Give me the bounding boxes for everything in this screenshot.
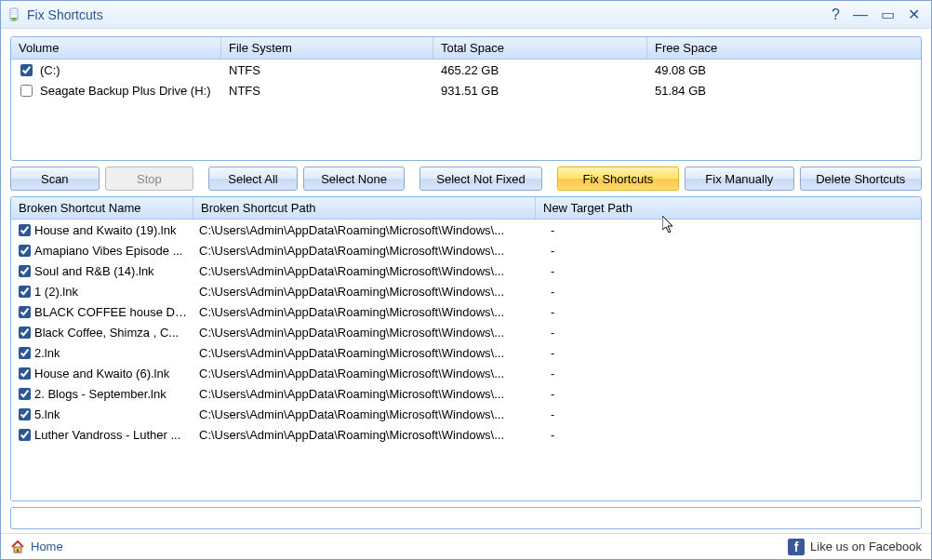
close-icon[interactable]: ✕ [908,7,920,22]
shortcut-target: - [536,407,921,421]
volume-fs: NTFS [221,84,433,98]
col-header-freespace[interactable]: Free Space [647,37,921,59]
maximize-icon[interactable]: ▭ [881,7,895,22]
shortcut-checkbox[interactable] [19,327,31,339]
fix-manually-button[interactable]: Fix Manually [685,167,793,191]
shortcut-checkbox[interactable] [19,306,31,318]
shortcut-name: Amapiano Vibes Episode ... [34,244,182,258]
facebook-link[interactable]: Like us on Facebook [810,540,922,553]
shortcut-row[interactable]: 2. Blogs - September.lnkC:\Users\Admin\A… [11,383,921,404]
shortcut-name: 5.lnk [34,407,60,421]
col-header-new-target[interactable]: New Target Path [536,197,921,219]
shortcut-table: Broken Shortcut Name Broken Shortcut Pat… [10,196,922,501]
shortcut-checkbox[interactable] [19,286,31,298]
bottom-bar: Home f Like us on Facebook [1,533,931,559]
shortcut-checkbox[interactable] [19,347,31,359]
volume-label: (C:) [40,63,60,77]
volume-free: 51.84 GB [647,84,921,98]
shortcut-checkbox[interactable] [19,224,31,236]
shortcut-checkbox[interactable] [19,408,31,420]
delete-shortcuts-button[interactable]: Delete Shortcuts [800,167,922,191]
shortcut-checkbox[interactable] [19,429,31,441]
shortcut-name: House and Kwaito (6).lnk [34,367,169,380]
shortcut-path: C:\Users\Admin\AppData\Roaming\Microsoft… [193,244,536,258]
progress-bar [10,507,922,529]
shortcut-name: Black Coffee, Shimza , C... [34,326,179,340]
svg-rect-2 [11,12,17,13]
stop-button: Stop [105,167,194,191]
shortcut-name: Luther Vandross - Luther ... [34,428,180,442]
svg-rect-3 [11,14,17,15]
svg-rect-1 [11,10,17,11]
shortcut-target: - [536,223,921,237]
col-header-shortcut-path[interactable]: Broken Shortcut Path [193,197,536,219]
svg-rect-5 [17,549,19,553]
col-header-filesystem[interactable]: File System [221,37,433,59]
select-none-button[interactable]: Select None [303,167,406,191]
shortcut-checkbox[interactable] [19,388,31,400]
volume-checkbox[interactable] [20,64,33,76]
shortcut-row[interactable]: BLACK COFFEE house DJ...C:\Users\Admin\A… [11,301,921,322]
shortcut-path: C:\Users\Admin\AppData\Roaming\Microsoft… [193,305,536,319]
volume-row[interactable]: (C:)NTFS465.22 GB49.08 GB [11,60,921,80]
shortcut-row[interactable]: Luther Vandross - Luther ...C:\Users\Adm… [11,424,921,445]
volume-row[interactable]: Seagate Backup Plus Drive (H:)NTFS931.51… [11,80,921,100]
home-link[interactable]: Home [31,540,63,553]
shortcut-target: - [536,326,921,340]
shortcut-path: C:\Users\Admin\AppData\Roaming\Microsoft… [193,387,536,401]
col-header-volume[interactable]: Volume [11,37,221,59]
select-all-button[interactable]: Select All [208,167,298,191]
shortcut-name: 2.lnk [34,346,60,360]
volume-table: Volume File System Total Space Free Spac… [10,36,922,161]
volume-total: 931.51 GB [433,84,647,98]
shortcut-row[interactable]: Black Coffee, Shimza , C...C:\Users\Admi… [11,322,921,342]
shortcut-target: - [536,428,921,442]
shortcut-row[interactable]: House and Kwaito (19).lnkC:\Users\Admin\… [11,220,921,240]
facebook-icon[interactable]: f [788,539,805,555]
shortcut-path: C:\Users\Admin\AppData\Roaming\Microsoft… [193,264,536,278]
shortcut-path: C:\Users\Admin\AppData\Roaming\Microsoft… [193,346,536,360]
titlebar: Fix Shortcuts ? — ▭ ✕ [1,1,931,29]
home-icon[interactable] [10,540,25,554]
shortcut-name: 1 (2).lnk [34,285,78,299]
shortcut-row[interactable]: 5.lnkC:\Users\Admin\AppData\Roaming\Micr… [11,404,921,424]
app-icon [7,7,21,22]
shortcut-checkbox[interactable] [19,265,31,277]
shortcut-path: C:\Users\Admin\AppData\Roaming\Microsoft… [193,428,536,442]
volume-fs: NTFS [221,63,433,77]
shortcut-path: C:\Users\Admin\AppData\Roaming\Microsoft… [193,223,536,237]
button-bar: Scan Stop Select All Select None Select … [10,167,922,191]
shortcut-header: Broken Shortcut Name Broken Shortcut Pat… [11,197,921,220]
shortcut-target: - [536,387,921,401]
shortcut-path: C:\Users\Admin\AppData\Roaming\Microsoft… [193,285,536,299]
volume-header: Volume File System Total Space Free Spac… [11,37,921,60]
shortcut-target: - [536,285,921,299]
shortcut-checkbox[interactable] [19,367,31,380]
shortcut-row[interactable]: House and Kwaito (6).lnkC:\Users\Admin\A… [11,363,921,383]
shortcut-target: - [536,244,921,258]
shortcut-row[interactable]: Soul and R&B (14).lnkC:\Users\Admin\AppD… [11,260,921,281]
shortcut-target: - [536,367,921,380]
shortcut-path: C:\Users\Admin\AppData\Roaming\Microsoft… [193,326,536,340]
volume-checkbox[interactable] [20,85,33,97]
volume-free: 49.08 GB [647,63,921,77]
col-header-shortcut-name[interactable]: Broken Shortcut Name [11,197,193,219]
fix-shortcuts-button[interactable]: Fix Shortcuts [557,167,679,191]
scan-button[interactable]: Scan [10,167,100,191]
col-header-totalspace[interactable]: Total Space [433,37,647,59]
shortcut-target: - [536,305,921,319]
shortcut-name: BLACK COFFEE house DJ... [34,305,188,319]
shortcut-row[interactable]: Amapiano Vibes Episode ...C:\Users\Admin… [11,240,921,260]
shortcut-body[interactable]: House and Kwaito (19).lnkC:\Users\Admin\… [11,220,921,500]
shortcut-path: C:\Users\Admin\AppData\Roaming\Microsoft… [193,407,536,421]
shortcut-row[interactable]: 2.lnkC:\Users\Admin\AppData\Roaming\Micr… [11,342,921,363]
shortcut-row[interactable]: 1 (2).lnkC:\Users\Admin\AppData\Roaming\… [11,281,921,301]
volume-label: Seagate Backup Plus Drive (H:) [40,84,211,98]
window-title: Fix Shortcuts [27,7,832,22]
minimize-icon[interactable]: — [853,7,868,22]
shortcut-path: C:\Users\Admin\AppData\Roaming\Microsoft… [193,367,536,380]
select-not-fixed-button[interactable]: Select Not Fixed [419,167,541,191]
help-icon[interactable]: ? [832,7,840,22]
shortcut-checkbox[interactable] [19,245,31,257]
volume-total: 465.22 GB [433,63,647,77]
